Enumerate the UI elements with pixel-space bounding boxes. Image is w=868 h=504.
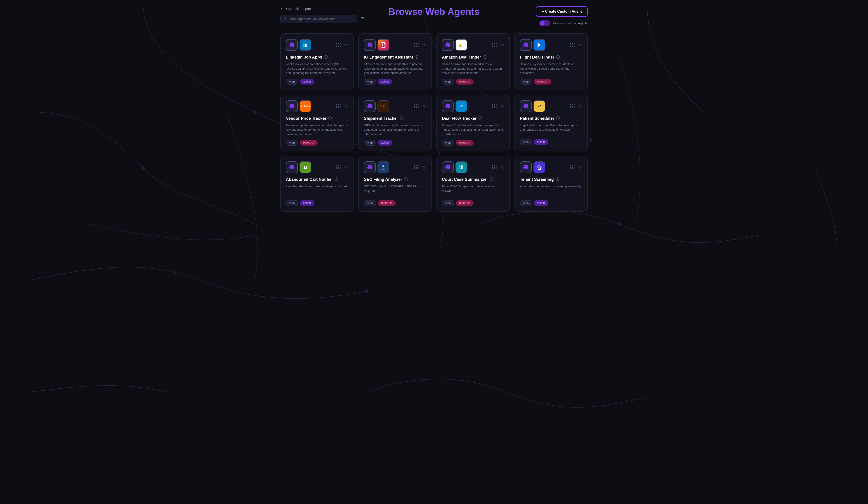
service-icon-box xyxy=(534,39,545,51)
dots-menu-icon[interactable] xyxy=(492,104,497,108)
card-description: Pacer.GOV. Scrapes court databases for r… xyxy=(442,184,504,197)
info-icon[interactable]: ⓘ xyxy=(335,177,338,182)
card-title: IG Engagement Assistant ⓘ xyxy=(364,55,426,60)
service-icon-box: UPS xyxy=(378,100,389,112)
agent-card-tenant-screening[interactable]: ☆ Tenant Screening ⓘ Automates the proce… xyxy=(514,156,588,212)
card-tags: webresearch xyxy=(286,140,348,145)
search-bar xyxy=(280,15,357,23)
star-icon[interactable]: ☆ xyxy=(499,42,504,48)
agent-card-linkedin-job-apps[interactable]: in ☆ LinkedIn Job Apps ⓘ Applies to jobs… xyxy=(280,33,354,90)
card-tags: webaction xyxy=(520,139,582,145)
info-icon[interactable]: ⓘ xyxy=(328,116,332,121)
info-icon[interactable]: ⓘ xyxy=(400,116,403,121)
puzzle-icon-box xyxy=(364,161,376,173)
card-header: ☆ xyxy=(442,161,504,173)
star-icon[interactable]: ☆ xyxy=(344,164,348,170)
info-icon[interactable]: ⓘ xyxy=(556,116,560,121)
dots-menu-icon[interactable] xyxy=(336,43,341,47)
dots-menu-icon[interactable] xyxy=(336,104,341,108)
card-icons xyxy=(364,39,389,51)
card-actions: ☆ xyxy=(414,103,426,109)
card-icons xyxy=(442,161,467,173)
agent-card-vendor-price-tracker[interactable]: Alibaba ☆ Vendor Price Tracker ⓘ Monitor… xyxy=(280,95,354,152)
tag-web: web xyxy=(286,200,298,206)
card-title-text: SEC Filing Analyzer xyxy=(364,177,402,182)
card-tags: webresearch xyxy=(442,140,504,145)
star-icon[interactable]: ☆ xyxy=(344,42,348,48)
star-icon[interactable]: ☆ xyxy=(578,42,582,48)
agent-card-shipment-tracker[interactable]: UPS ☆ Shipment Tracker ⓘ UPS.com Monitor… xyxy=(358,95,432,152)
card-title: Amazon Deal Finder ⓘ xyxy=(442,55,504,60)
tag-research: research xyxy=(300,140,318,145)
agent-card-sec-filing-analyzer[interactable]: ☆ SEC Filing Analyzer ⓘ SEC.GOV. Monitor… xyxy=(358,156,432,212)
agent-card-deal-flow-tracker[interactable]: cb ☆ Deal Flow Tracker ⓘ Scrapes Crunchb… xyxy=(436,95,510,152)
star-icon[interactable]: ☆ xyxy=(499,103,504,109)
card-tags: webresearch xyxy=(520,79,582,84)
tag-action: action xyxy=(534,200,548,206)
svg-line-7 xyxy=(287,20,287,20)
card-header: Z: ☆ xyxy=(520,100,582,112)
info-icon[interactable]: ⓘ xyxy=(556,55,560,60)
dots-menu-icon[interactable] xyxy=(414,104,419,108)
agent-card-amazon-deal-finder[interactable]: a ☆ Amazon Deal Finder ⓘ Scans Amazon fo… xyxy=(436,33,510,90)
svg-rect-14 xyxy=(461,165,462,169)
search-input[interactable] xyxy=(290,17,353,21)
card-title-text: Tenant Screening xyxy=(520,177,554,182)
agent-card-patient-scheduler[interactable]: Z: ☆ Patient Scheduler ⓘ Logs into Zocdo… xyxy=(514,95,588,152)
info-icon[interactable]: ⓘ xyxy=(324,55,328,60)
agent-card-flight-deal-finder[interactable]: ☆ Flight Deal Finder ⓘ Scrapes Skyscanne… xyxy=(514,33,588,90)
card-icons xyxy=(520,161,545,173)
tag-research: research xyxy=(456,200,474,206)
back-link[interactable]: ← Go back to spaces xyxy=(280,6,364,11)
card-title: Court Case Summarizer ⓘ xyxy=(442,177,504,182)
star-icon[interactable]: ☆ xyxy=(578,103,582,109)
dots-menu-icon[interactable] xyxy=(414,43,419,47)
tag-web: web xyxy=(364,140,376,145)
dots-menu-icon[interactable] xyxy=(492,43,497,47)
info-icon[interactable]: ⓘ xyxy=(415,55,418,60)
service-icon-box: a xyxy=(455,39,467,51)
dots-menu-icon[interactable] xyxy=(570,165,575,169)
dots-menu-icon[interactable] xyxy=(570,43,575,47)
card-icons xyxy=(520,39,545,51)
star-icon[interactable]: ☆ xyxy=(422,103,426,109)
star-icon[interactable]: ☆ xyxy=(422,164,426,170)
hide-starred-toggle[interactable] xyxy=(539,20,550,26)
info-icon[interactable]: ⓘ xyxy=(490,177,494,182)
agent-card-abandoned-cart-notifier[interactable]: ☆ Abandoned Cart Notifier ⓘ Identifies a… xyxy=(280,156,354,212)
info-icon[interactable]: ⓘ xyxy=(404,177,407,182)
info-icon[interactable]: ⓘ xyxy=(556,177,559,182)
card-header: ☆ xyxy=(364,39,426,51)
dots-menu-icon[interactable] xyxy=(336,165,341,169)
info-icon[interactable]: ⓘ xyxy=(478,116,482,121)
info-icon[interactable]: ⓘ xyxy=(483,55,486,60)
service-icon-box xyxy=(534,161,545,173)
card-header: a ☆ xyxy=(442,39,504,51)
create-button-label: + Create Custom Agent xyxy=(542,10,582,13)
dots-menu-icon[interactable] xyxy=(414,165,419,169)
svg-point-10 xyxy=(384,43,385,44)
agent-card-court-case-summarizer[interactable]: ☆ Court Case Summarizer ⓘ Pacer.GOV. Scr… xyxy=(436,156,510,212)
card-title-text: Patient Scheduler xyxy=(520,116,554,121)
star-icon[interactable]: ☆ xyxy=(422,42,426,48)
filter-icon[interactable]: ☰ xyxy=(361,17,364,21)
card-description: Monitors supplier websites for price cha… xyxy=(286,123,348,136)
card-title-text: Abandoned Cart Notifier xyxy=(286,177,333,182)
star-icon[interactable]: ☆ xyxy=(499,164,504,170)
toggle-label: Hide your starred Agents xyxy=(553,21,588,25)
header: ← Go back to spaces ☰ Browse Web Agents … xyxy=(280,6,588,26)
tag-action: action xyxy=(378,140,392,145)
dots-menu-icon[interactable] xyxy=(492,165,497,169)
agent-card-ig-engagement[interactable]: ☆ IG Engagement Assistant ⓘ Likes, comme… xyxy=(358,33,432,90)
page-title: Browse Web Agents xyxy=(388,6,480,17)
tag-web: web xyxy=(364,200,376,206)
card-icons: cb xyxy=(442,100,467,112)
create-custom-agent-button[interactable]: + Create Custom Agent xyxy=(536,6,588,17)
agents-grid: in ☆ LinkedIn Job Apps ⓘ Applies to jobs… xyxy=(280,33,588,212)
puzzle-icon-box xyxy=(286,100,298,112)
star-icon[interactable]: ☆ xyxy=(344,103,348,109)
back-link-label: Go back to spaces xyxy=(286,7,314,11)
dots-menu-icon[interactable] xyxy=(570,104,575,108)
card-description: Automates the process of screening tenan… xyxy=(520,184,582,197)
star-icon[interactable]: ☆ xyxy=(578,164,582,170)
